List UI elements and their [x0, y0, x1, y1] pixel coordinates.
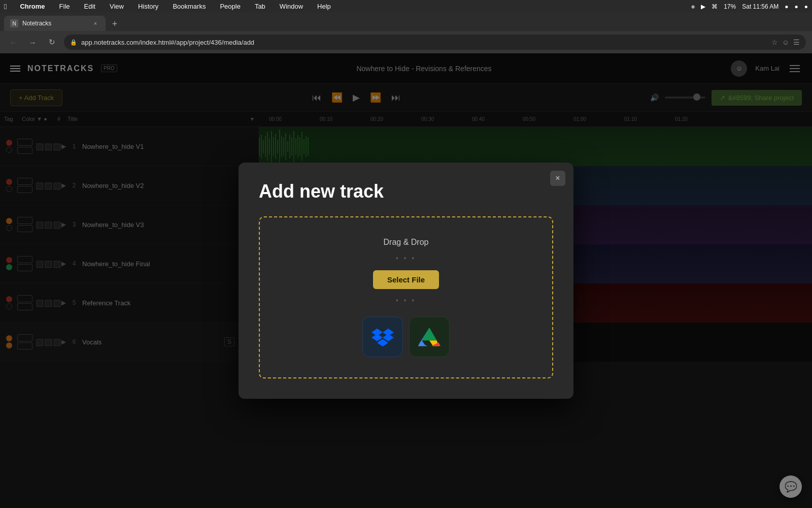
separator-dots-2: • • •	[396, 297, 416, 304]
apple-menu[interactable]: 	[4, 2, 7, 11]
security-icon: 🔒	[70, 39, 77, 46]
svg-marker-130	[371, 334, 383, 341]
extension-icon[interactable]: ☰	[793, 38, 800, 46]
svg-marker-132	[377, 339, 388, 346]
wifi-icon: ⌘	[712, 3, 718, 10]
dropbox-icon	[371, 326, 394, 348]
menubar-tab[interactable]: Tab	[252, 2, 268, 11]
svg-marker-133	[422, 328, 436, 341]
airplay-icon: ▶	[701, 3, 705, 10]
clock: Sat 11:56 AM	[742, 3, 779, 10]
menubar-view[interactable]: View	[107, 2, 127, 11]
modal-backdrop[interactable]: × Add new track Drag & Drop • • • Select…	[0, 53, 812, 508]
battery-status: 17%	[724, 3, 736, 10]
chrome-tabbar: N Notetracks × +	[0, 13, 812, 31]
tab-title: Notetracks	[22, 20, 51, 27]
chrome-addressbar: ← → ↻ 🔒 app.notetracks.com/index.html#/a…	[0, 31, 812, 53]
menubar:  Chrome File Edit View History Bookmark…	[0, 0, 812, 13]
google-drive-button[interactable]	[409, 316, 450, 357]
user-icon[interactable]: ●	[795, 3, 798, 10]
address-bar-actions: ☆ ☺ ☰	[771, 38, 800, 46]
tab-favicon: N	[10, 19, 18, 27]
dropbox-button[interactable]	[362, 316, 403, 357]
menubar-window[interactable]: Window	[277, 2, 306, 11]
separator-dots-1: • • •	[396, 255, 416, 262]
address-bar[interactable]: 🔒 app.notetracks.com/index.html#/app/pro…	[64, 35, 806, 50]
tab-close-button[interactable]: ×	[91, 19, 99, 27]
app-container: NOTETRACKS PRO Nowhere to Hide - Revisio…	[0, 53, 812, 508]
chrome-tab-active[interactable]: N Notetracks ×	[4, 16, 106, 31]
google-drive-icon	[418, 326, 441, 348]
svg-marker-131	[383, 334, 394, 341]
menubar-edit[interactable]: Edit	[81, 2, 98, 11]
search-icon[interactable]: ●	[785, 3, 788, 10]
menubar-chrome[interactable]: Chrome	[17, 2, 48, 11]
add-new-track-modal: × Add new track Drag & Drop • • • Select…	[239, 163, 573, 399]
refresh-button[interactable]: ↻	[45, 35, 59, 49]
select-file-button[interactable]: Select File	[373, 270, 439, 289]
control-icon[interactable]: ●	[804, 3, 808, 10]
bluetooth-icon: ⎈	[691, 3, 695, 10]
forward-button[interactable]: →	[25, 35, 40, 49]
menubar-people[interactable]: People	[217, 2, 243, 11]
url-text: app.notetracks.com/index.html#/app/proje…	[81, 39, 254, 46]
menubar-status: ⎈ ▶ ⌘ 17% Sat 11:56 AM ● ● ●	[691, 3, 808, 10]
menubar-history[interactable]: History	[135, 2, 161, 11]
cloud-service-icons	[362, 316, 450, 357]
modal-title: Add new track	[259, 181, 553, 202]
dropzone[interactable]: Drag & Drop • • • Select File • • •	[259, 216, 553, 378]
menubar-bookmarks[interactable]: Bookmarks	[170, 2, 209, 11]
back-button[interactable]: ←	[6, 35, 20, 49]
menubar-file[interactable]: File	[56, 2, 73, 11]
drag-drop-label: Drag & Drop	[384, 238, 429, 247]
menubar-help[interactable]: Help	[314, 2, 334, 11]
profile-icon[interactable]: ☺	[782, 38, 789, 46]
modal-close-button[interactable]: ×	[550, 171, 565, 186]
bookmark-icon[interactable]: ☆	[771, 38, 778, 46]
new-tab-button[interactable]: +	[108, 17, 122, 31]
